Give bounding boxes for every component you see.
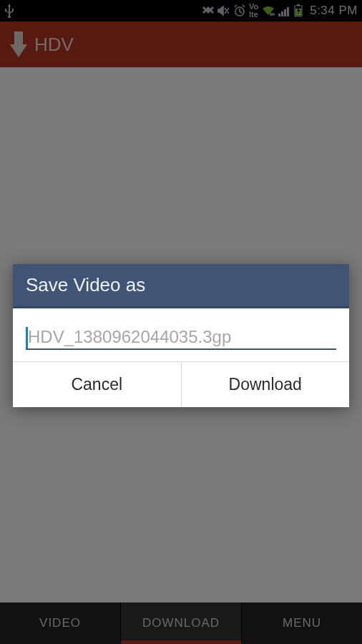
filename-input[interactable]	[26, 327, 336, 347]
filename-field-wrapper	[26, 327, 336, 350]
download-button[interactable]: Download	[181, 362, 350, 407]
cancel-button[interactable]: Cancel	[13, 362, 181, 407]
dialog-title: Save Video as	[13, 264, 349, 308]
save-video-dialog: Save Video as Cancel Download	[13, 264, 349, 407]
button-label: Cancel	[71, 375, 122, 394]
text-cursor	[26, 327, 28, 348]
dialog-actions: Cancel Download	[13, 361, 349, 407]
dialog-body	[13, 308, 349, 361]
button-label: Download	[229, 375, 302, 394]
